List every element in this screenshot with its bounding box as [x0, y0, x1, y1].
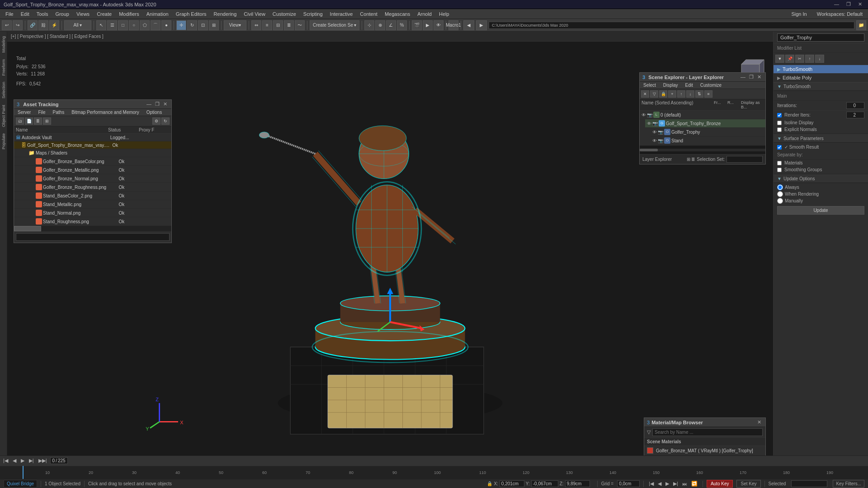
close-button[interactable]: ✕	[856, 1, 864, 7]
squash-button[interactable]: ⊞	[209, 20, 219, 30]
key-filters-button[interactable]: Key Filters...	[833, 480, 864, 488]
object-name-input[interactable]	[777, 33, 864, 42]
create-selection-button[interactable]: Create Selection Se ▾	[310, 20, 359, 30]
menu-group[interactable]: Group	[52, 10, 73, 18]
menu-arnold[interactable]: Arnold	[414, 10, 435, 18]
mb-close-button[interactable]: ✕	[756, 419, 763, 425]
at-item-map-4[interactable]: Stand_BaseColor_2.png Ok	[14, 192, 171, 200]
selection-set-input[interactable]	[726, 156, 763, 163]
menu-create[interactable]: Create	[93, 10, 115, 18]
select-move-button[interactable]: ✛	[176, 20, 186, 30]
arrow-left-button[interactable]: ◀	[463, 20, 474, 30]
se-visibility-icon4[interactable]: 👁	[652, 138, 657, 143]
se-visibility-icon[interactable]: 👁	[642, 113, 646, 117]
se-menu-display[interactable]: Display	[660, 82, 682, 89]
menu-customize[interactable]: Customize	[269, 10, 300, 18]
select-by-name-button[interactable]: ☰	[107, 20, 117, 30]
se-sort-button[interactable]: ⇅	[695, 90, 703, 98]
selected-set-input[interactable]	[791, 480, 827, 487]
modifier-move-down-button[interactable]: ↓	[815, 55, 824, 63]
render-iters-input[interactable]	[846, 112, 864, 118]
at-item-map-0[interactable]: Golfer_Bronze_BaseColor.png Ok	[14, 157, 171, 166]
se-object-stand[interactable]: 👁 📷 O Stand	[651, 136, 765, 145]
sidebar-tab-freeform[interactable]: Freeform	[0, 56, 7, 79]
timeline-next-frame[interactable]: ▶|	[28, 458, 35, 464]
update-options-section[interactable]: ▼ Update Options	[774, 174, 868, 183]
menu-tools[interactable]: Tools	[33, 10, 52, 18]
modifier-move-up-button[interactable]: ↑	[805, 55, 814, 63]
status-prev-frame[interactable]: ◀	[656, 481, 663, 487]
se-menu-customize[interactable]: Customize	[697, 82, 725, 89]
at-menu-paths[interactable]: Paths	[49, 109, 68, 116]
lasso-select-button[interactable]: ⌒	[151, 20, 160, 30]
at-menu-server[interactable]: Server	[14, 109, 34, 116]
sidebar-tab-object-paint[interactable]: Object Paint	[0, 102, 7, 130]
at-item-maps-folder[interactable]: 📁 Maps / Shaders	[14, 149, 171, 157]
iterations-input[interactable]	[846, 102, 864, 109]
path-browse-button[interactable]: 📁	[856, 20, 866, 30]
auto-key-button[interactable]: Auto Key	[707, 480, 733, 488]
material-item-golfer-bronze[interactable]: Golfer_Bronze_MAT ( VRayMtl ) [Golfer_Tr…	[644, 446, 765, 455]
link-button[interactable]: 🔗	[28, 20, 38, 30]
menu-views[interactable]: Views	[73, 10, 93, 18]
timeline-prev-frame[interactable]: ◀	[11, 458, 18, 464]
always-radio[interactable]	[777, 184, 783, 190]
smooth-result-checkbox[interactable]	[777, 145, 782, 150]
render-frame-button[interactable]: ▶	[423, 20, 433, 30]
render-iters-checkbox[interactable]	[777, 113, 782, 117]
se-minimize-button[interactable]: —	[739, 74, 747, 80]
menu-civil-view[interactable]: Civil View	[240, 10, 269, 18]
rect-select-button[interactable]: □	[118, 20, 128, 30]
view-dropdown[interactable]: View ▾	[224, 20, 246, 30]
at-refresh-btn[interactable]: ↻	[161, 117, 170, 125]
se-more-button[interactable]: ≡	[704, 90, 712, 98]
angle-snap-button[interactable]: ∠	[386, 20, 396, 30]
status-next-frame[interactable]: ▶|	[672, 481, 679, 487]
at-item-map-2[interactable]: Golfer_Bronze_Normal.png Ok	[14, 174, 171, 183]
at-scrollthumb[interactable]	[14, 226, 41, 231]
unlink-button[interactable]: ⛓	[38, 20, 48, 30]
asset-tracking-path-input[interactable]	[16, 233, 170, 241]
se-maximize-button[interactable]: ❐	[748, 74, 755, 80]
surface-params-section[interactable]: ▼ Surface Parameters	[774, 134, 868, 143]
sidebar-tab-selection[interactable]: Selection	[0, 79, 7, 101]
circle-select-button[interactable]: ○	[129, 20, 139, 30]
modifier-remove-button[interactable]: ✂	[795, 55, 804, 63]
menu-scripting[interactable]: Scripting	[300, 10, 326, 18]
at-btn4[interactable]: ⊞	[43, 117, 51, 125]
se-group-golf-trophy[interactable]: 👁 📷 G Golf_Sport_Trophy_Bronze	[645, 119, 765, 128]
snap-button[interactable]: ⊹	[364, 20, 374, 30]
menu-interactive[interactable]: Interactive	[326, 10, 357, 18]
layer-manager-button[interactable]: ≣	[284, 20, 294, 30]
rotate-button[interactable]: ↻	[187, 20, 197, 30]
align-button[interactable]: ≡	[262, 20, 272, 30]
se-layer-default[interactable]: 👁 📷 L 0 (default)	[640, 111, 765, 119]
at-item-map-5[interactable]: Stand_Metallic.png Ok	[14, 200, 171, 209]
macro-button[interactable]: Macro1	[448, 20, 458, 30]
curve-editor-button[interactable]: 〜	[295, 20, 305, 30]
status-loop[interactable]: 🔁	[690, 481, 699, 487]
filter-dropdown[interactable]: All ▾	[64, 20, 91, 30]
se-visibility-icon2[interactable]: 👁	[647, 121, 651, 126]
modifier-pin-button[interactable]: 📌	[785, 55, 794, 63]
menu-edit[interactable]: Edit	[17, 10, 33, 18]
se-add-button[interactable]: +	[668, 90, 676, 98]
fence-select-button[interactable]: ⬠	[140, 20, 150, 30]
snap2d-button[interactable]: ⊕	[375, 20, 385, 30]
timeline-play-button[interactable]: ▶	[19, 458, 26, 464]
modifier-configure-button[interactable]: ▼	[775, 55, 784, 63]
at-menu-options[interactable]: Options	[143, 109, 165, 116]
sidebar-tab-modeling[interactable]: Modeling	[0, 33, 7, 56]
at-maximize-button[interactable]: ❐	[154, 101, 161, 107]
at-close-button[interactable]: ✕	[162, 101, 169, 107]
at-menu-file[interactable]: File	[34, 109, 49, 116]
timeline[interactable]: 10 20 30 40 50 60 70 80 90 100 110 120 1…	[0, 465, 868, 479]
smoothing-groups-checkbox[interactable]	[777, 168, 782, 172]
isoline-checkbox[interactable]	[777, 121, 782, 125]
menu-file[interactable]: File	[2, 10, 17, 18]
render-setup-button[interactable]: 🎬	[412, 20, 422, 30]
se-visibility-icon3[interactable]: 👁	[652, 130, 657, 135]
at-btn3[interactable]: ≣	[34, 117, 42, 125]
menu-megascans[interactable]: Megascans	[381, 10, 414, 18]
sidebar-tab-populate[interactable]: Populate	[0, 131, 7, 152]
